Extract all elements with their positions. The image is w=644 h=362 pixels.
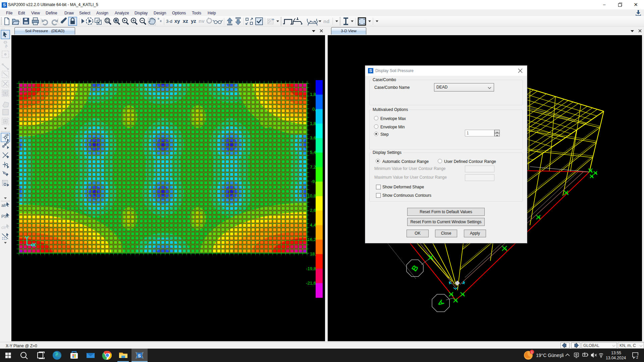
- svg-text:7,2: 7,2: [310, 165, 316, 170]
- svg-text:1,8: 1,8: [310, 92, 316, 97]
- svg-text:B: B: [410, 263, 420, 273]
- svg-text:13.04.2024: 13.04.2024: [606, 356, 626, 360]
- svg-text:PS: PS: [1, 214, 7, 219]
- svg-text:13:55: 13:55: [611, 351, 621, 355]
- svg-text:3-d: 3-d: [166, 19, 172, 24]
- svg-text:yz: yz: [191, 18, 196, 24]
- svg-text:S: S: [138, 353, 141, 358]
- svg-text:-9,: -9,: [311, 179, 316, 184]
- svg-text:2,6: 2,6: [310, 208, 316, 213]
- svg-text:10,8: 10,8: [308, 193, 316, 198]
- svg-text:-21,6: -21,6: [306, 281, 316, 286]
- svg-text:18,: 18,: [310, 251, 316, 256]
- svg-text:clr: clr: [1, 225, 6, 230]
- svg-text:-19,8: -19,8: [306, 266, 316, 271]
- svg-text:nv: nv: [199, 18, 205, 24]
- svg-text:5,4: 5,4: [310, 150, 316, 155]
- svg-text:3,6: 3,6: [310, 135, 316, 140]
- svg-text:2: 2: [636, 356, 638, 359]
- svg-text:1,8: 1,8: [310, 121, 316, 126]
- svg-text:0,: 0,: [312, 107, 316, 112]
- svg-text:4,4: 4,4: [310, 223, 316, 228]
- svg-text:all: all: [1, 203, 6, 208]
- svg-text:19°C Güneşli: 19°C Güneşli: [536, 353, 564, 358]
- svg-text:1: 1: [531, 351, 533, 354]
- svg-text:16,2: 16,2: [308, 237, 316, 242]
- svg-text:A: A: [436, 298, 446, 308]
- svg-text:xy: xy: [174, 18, 180, 24]
- svg-text:nd: nd: [323, 18, 329, 24]
- svg-text:xz: xz: [183, 18, 188, 24]
